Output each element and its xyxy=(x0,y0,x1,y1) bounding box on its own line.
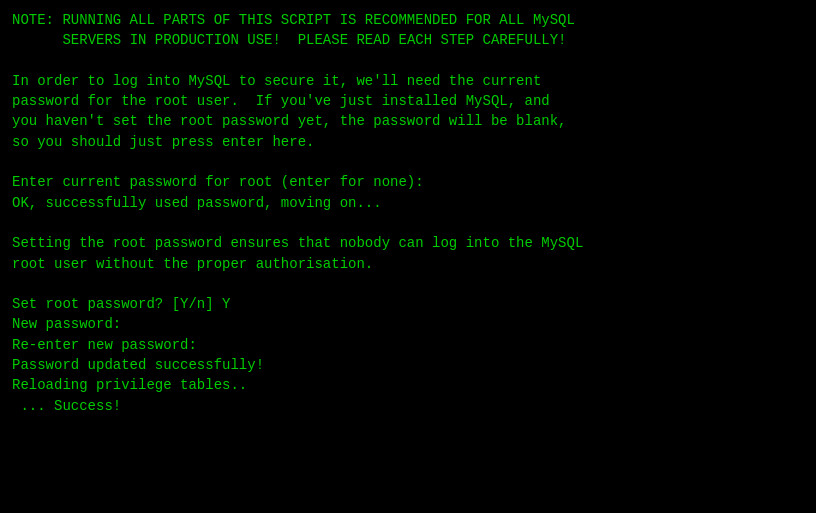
terminal-window: NOTE: RUNNING ALL PARTS OF THIS SCRIPT I… xyxy=(0,0,816,513)
terminal-line: New password: xyxy=(12,314,804,334)
terminal-line: In order to log into MySQL to secure it,… xyxy=(12,71,804,91)
terminal-line: Set root password? [Y/n] Y xyxy=(12,294,804,314)
terminal-line: password for the root user. If you've ju… xyxy=(12,91,804,111)
terminal-line: Re-enter new password: xyxy=(12,335,804,355)
terminal-line: Enter current password for root (enter f… xyxy=(12,172,804,192)
terminal-blank-line xyxy=(12,152,804,172)
terminal-blank-line xyxy=(12,274,804,294)
terminal-line: Setting the root password ensures that n… xyxy=(12,233,804,253)
terminal-line: you haven't set the root password yet, t… xyxy=(12,111,804,131)
terminal-line: ... Success! xyxy=(12,396,804,416)
terminal-line: so you should just press enter here. xyxy=(12,132,804,152)
terminal-line: OK, successfully used password, moving o… xyxy=(12,193,804,213)
terminal-line: SERVERS IN PRODUCTION USE! PLEASE READ E… xyxy=(12,30,804,50)
terminal-blank-line xyxy=(12,213,804,233)
terminal-line: NOTE: RUNNING ALL PARTS OF THIS SCRIPT I… xyxy=(12,10,804,30)
terminal-line: root user without the proper authorisati… xyxy=(12,254,804,274)
terminal-line: Reloading privilege tables.. xyxy=(12,375,804,395)
terminal-blank-line xyxy=(12,51,804,71)
terminal-line: Password updated successfully! xyxy=(12,355,804,375)
